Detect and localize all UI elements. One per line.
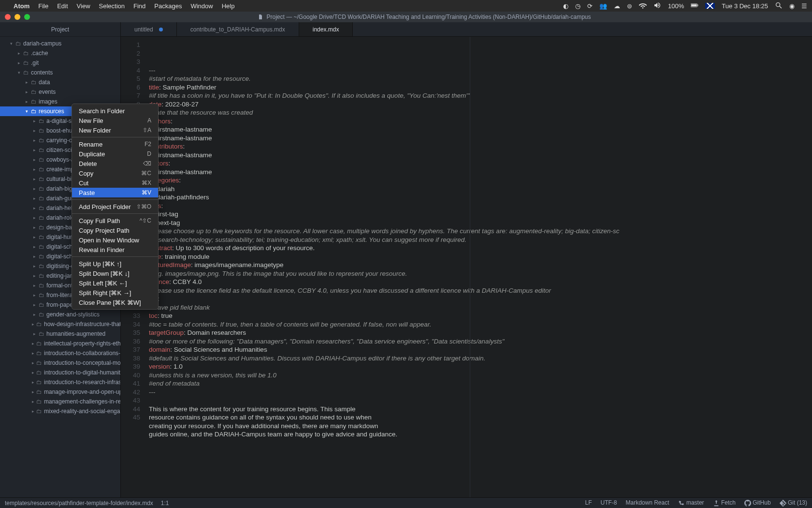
- code-line[interactable]: guides online, and the DARIAH-Campus tea…: [149, 430, 812, 439]
- code-line[interactable]: abstract: Up to 300 words of description…: [149, 244, 812, 253]
- sync-icon[interactable]: ⟳: [587, 2, 593, 10]
- context-menu-item[interactable]: Delete⌫: [72, 159, 158, 168]
- code-line[interactable]: domain: Social Sciences and Humanities: [149, 345, 812, 354]
- code-line[interactable]: title: Sample Pathfinder: [149, 83, 812, 92]
- code-line[interactable]: version: 1.0: [149, 362, 812, 371]
- code-line[interactable]: - firstname-lastname: [149, 125, 812, 134]
- context-menu-item[interactable]: Copy Full Path^⇧C: [72, 216, 158, 225]
- code-line[interactable]: - firstname-lastname: [149, 151, 812, 160]
- status-git[interactable]: Git (13): [780, 499, 807, 507]
- context-menu-item[interactable]: Split Left [⌘K ←]: [72, 278, 158, 288]
- code-line[interactable]: pid:: [149, 295, 812, 303]
- tree-item[interactable]: ▸🗀gender-and-stylistics: [0, 310, 120, 319]
- context-menu-item[interactable]: Cut⌘X: [72, 178, 158, 188]
- status-fetch[interactable]: Fetch: [713, 499, 736, 507]
- context-menu-item[interactable]: Close Pane [⌘K ⌘W]: [72, 298, 158, 307]
- menu-selection[interactable]: Selection: [99, 2, 125, 10]
- menu-edit[interactable]: Edit: [57, 2, 68, 10]
- zoom-window-button[interactable]: [24, 14, 30, 20]
- code-line[interactable]: #date that the resource was created: [149, 108, 812, 117]
- code-line[interactable]: toc: true: [149, 312, 812, 320]
- code-line[interactable]: categories:: [149, 176, 812, 185]
- code-line[interactable]: #toc = table of contents. If true, then …: [149, 320, 812, 329]
- minimize-window-button[interactable]: [14, 14, 20, 20]
- tree-root[interactable]: ▾🗀dariah-campus: [0, 39, 120, 48]
- tree-item[interactable]: ▸🗀mixed-reality-and-social-engagem: [0, 406, 120, 416]
- code-line[interactable]: - dariah-pathfinders: [149, 193, 812, 202]
- code-line[interactable]: authors:: [149, 117, 812, 126]
- context-menu-item[interactable]: New Folder⇧A: [72, 125, 158, 135]
- status-grammar[interactable]: Markdown React: [626, 499, 669, 506]
- code-line[interactable]: type: training module: [149, 253, 812, 261]
- tree-item[interactable]: ▸🗀introduction-to-conceptual-model: [0, 358, 120, 368]
- context-menu-item[interactable]: Open in New Window: [72, 235, 158, 245]
- context-menu-item[interactable]: Split Right [⌘K →]: [72, 288, 158, 298]
- clock-icon[interactable]: ◷: [575, 2, 580, 10]
- code-area[interactable]: ---#start of metadata for the resource.t…: [145, 37, 812, 497]
- tree-item[interactable]: ▸🗀manage-improve-and-open-up-yo: [0, 387, 120, 397]
- status-path[interactable]: templates/resources/pathfinder-template-…: [5, 500, 153, 507]
- status-branch[interactable]: master: [678, 499, 704, 507]
- context-menu-item[interactable]: Copy Project Path: [72, 225, 158, 235]
- code-line[interactable]: featuredImage: images/imagename.imagetyp…: [149, 261, 812, 269]
- code-line[interactable]: This is where the content for your train…: [149, 405, 812, 414]
- tree-item[interactable]: ▸🗀introduction-to-digital-humanities: [0, 368, 120, 377]
- menubar-clock[interactable]: Tue 3 Dec 18:25: [722, 2, 768, 10]
- status-github[interactable]: GitHub: [744, 499, 771, 507]
- code-line[interactable]: [149, 439, 812, 448]
- editor-tab[interactable]: index.mdx: [299, 22, 353, 36]
- status-eol[interactable]: LF: [585, 499, 592, 506]
- control-center-icon[interactable]: ☰: [801, 2, 807, 10]
- tree-item[interactable]: ▸🗀how-design-infrastructure-that-co: [0, 319, 120, 329]
- status-cursor[interactable]: 1:1: [161, 500, 169, 507]
- spotlight-icon[interactable]: [775, 1, 783, 11]
- cloud-icon[interactable]: ☁: [614, 2, 620, 10]
- context-menu-item[interactable]: DuplicateD: [72, 149, 158, 159]
- menu-find[interactable]: Find: [133, 2, 145, 10]
- code-line[interactable]: - firstname-lastname: [149, 168, 812, 177]
- tree-item[interactable]: ▸🗀introduction-to-research-infrastru: [0, 377, 120, 387]
- input-flag-icon[interactable]: [705, 3, 715, 9]
- close-window-button[interactable]: [5, 14, 11, 20]
- tree-item-.git[interactable]: ▸🗀.git: [0, 58, 120, 68]
- code-line[interactable]: #e.g. images/image.png. This is the imag…: [149, 269, 812, 278]
- code-line[interactable]: tags:: [149, 202, 812, 210]
- code-line[interactable]: #unless this is a new version, this will…: [149, 371, 812, 380]
- code-line[interactable]: resource contains guidance on all of the…: [149, 413, 812, 422]
- code-line[interactable]: ---: [149, 66, 812, 75]
- editor-tab[interactable]: untitled: [121, 22, 177, 36]
- context-menu-item[interactable]: Add Project Folder⇧⌘O: [72, 202, 158, 211]
- wifi-icon[interactable]: [639, 1, 647, 11]
- editor-tab[interactable]: contribute_to_DARIAH-Campus.mdx: [177, 22, 299, 36]
- code-line[interactable]: #one or more of the following: "Data man…: [149, 337, 812, 346]
- tree-item-data[interactable]: ▸🗀data: [0, 77, 120, 87]
- code-line[interactable]: #if title has a colon in it, you have to…: [149, 91, 812, 100]
- context-menu-item[interactable]: RenameF2: [72, 139, 158, 149]
- code-line[interactable]: contributors:: [149, 142, 812, 151]
- tree-item-contents[interactable]: ▾🗀contents: [0, 68, 120, 77]
- status-encoding[interactable]: UTF-8: [601, 499, 617, 506]
- code-line[interactable]: editors:: [149, 159, 812, 168]
- dnd-icon[interactable]: ◐: [563, 2, 568, 10]
- menu-help[interactable]: Help: [222, 2, 235, 10]
- code-line[interactable]: date: 2022-08-27: [149, 100, 812, 109]
- editor[interactable]: 1234567891011121314151617181920212223242…: [121, 37, 812, 497]
- code-line[interactable]: - first-tag: [149, 210, 812, 219]
- menu-packages[interactable]: Packages: [154, 2, 182, 10]
- context-menu-item[interactable]: Reveal in Finder: [72, 245, 158, 254]
- code-line[interactable]: #end of metadata: [149, 379, 812, 388]
- code-line[interactable]: #please choose up to five keywords for t…: [149, 227, 812, 236]
- code-line[interactable]: - dariah: [149, 185, 812, 194]
- code-line[interactable]: - firstname-lastname: [149, 134, 812, 143]
- code-line[interactable]: [149, 396, 812, 405]
- code-line[interactable]: #default is Social Sciences and Humaniti…: [149, 354, 812, 363]
- code-line[interactable]: targetGroup: Domain researchers: [149, 329, 812, 337]
- menu-window[interactable]: Window: [190, 2, 213, 10]
- code-line[interactable]: #research-technology; sustainability; te…: [149, 236, 812, 244]
- code-line[interactable]: #start of metadata for the resource.: [149, 75, 812, 83]
- tree-item[interactable]: ▸🗀introduction-to-collaborations-in-: [0, 348, 120, 358]
- code-line[interactable]: - next-tag: [149, 219, 812, 227]
- code-line[interactable]: #leave pid field blank: [149, 303, 812, 312]
- context-menu-item[interactable]: Split Down [⌘K ↓]: [72, 269, 158, 278]
- tree-item[interactable]: ▸🗀management-challenges-in-resea: [0, 397, 120, 406]
